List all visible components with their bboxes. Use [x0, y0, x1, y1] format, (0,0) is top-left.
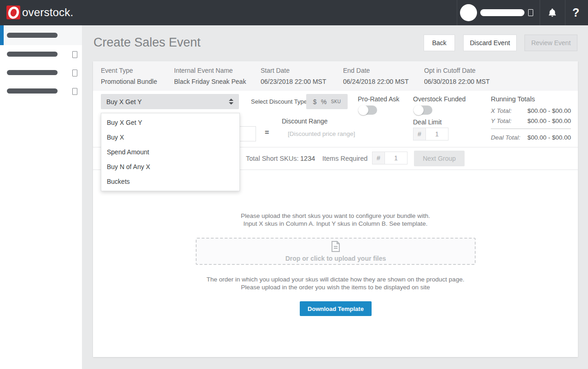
sidebar-item-redacted-label — [7, 70, 58, 75]
upload-instruction-line1: Please upload the short skus you want to… — [93, 212, 578, 219]
y-total-row: Y Total: $00.00 - $00.00 — [491, 117, 571, 124]
deal-limit-prefix: # — [413, 128, 426, 141]
chevron-placeholder-icon — [72, 51, 77, 58]
items-required-prefix: # — [372, 152, 385, 164]
review-event-button-disabled[interactable]: Review Event — [524, 35, 577, 51]
dropzone-label: Drop or click to upload your files — [197, 255, 475, 262]
deal-total-label: Deal Total: — [491, 134, 520, 141]
next-group-button-disabled[interactable]: Next Group — [414, 151, 465, 166]
help-icon[interactable]: ? — [572, 6, 579, 19]
chevron-placeholder-icon — [72, 88, 77, 95]
end-date-field: End Date 06/24/2018 22:00 MST — [343, 67, 408, 85]
end-date-label: End Date — [343, 67, 408, 74]
back-button[interactable]: Back — [424, 35, 455, 51]
start-date-value: 06/23/2018 22:00 MST — [261, 78, 326, 85]
overstock-funded-label: Overstock Funded — [413, 95, 466, 103]
pro-rated-ask-toggle[interactable] — [358, 105, 377, 115]
upload-instruction-line2: Input X skus in Column A. Input Y skus i… — [93, 220, 578, 227]
event-type-field: Event Type Promotional Bundle — [101, 67, 157, 85]
up-down-arrows-icon — [229, 99, 233, 105]
bell-icon[interactable] — [547, 7, 558, 18]
items-required-input-group: # — [372, 152, 408, 164]
topbar-divider — [565, 0, 565, 25]
start-date-label: Start Date — [261, 67, 326, 74]
deal-limit-input-group: # — [413, 128, 448, 141]
overstock-logo-icon — [6, 6, 20, 19]
bundle-type-dropdown-menu: Buy X Get Y Buy X Spend Amount Buy N of … — [101, 113, 240, 191]
end-date-value: 06/24/2018 22:00 MST — [343, 78, 408, 85]
event-info-bar: Event Type Promotional Bundle Internal E… — [93, 61, 578, 91]
user-avatar[interactable] — [460, 4, 477, 21]
upload-order-line1: The order in which you upload your skus … — [93, 276, 578, 283]
create-sales-event-screen: overstock. ? Create Sales Eve — [0, 0, 588, 369]
download-template-button[interactable]: Download Template — [300, 301, 372, 316]
topbar-divider — [540, 0, 540, 25]
logo-text: overstock. — [22, 6, 73, 19]
sidebar-item[interactable] — [0, 82, 82, 100]
total-short-skus-value: 1234 — [300, 155, 315, 162]
event-card: Event Type Promotional Bundle Internal E… — [93, 61, 578, 357]
discount-type-label: Select Discount Type — [251, 94, 307, 109]
sidebar-item[interactable] — [0, 64, 82, 82]
page-title: Create Sales Event — [93, 35, 201, 50]
sidebar-item-redacted-label — [7, 33, 58, 38]
username-redacted-pill — [480, 9, 524, 16]
x-total-row: X Total: $00.00 - $00.00 — [491, 107, 571, 114]
file-dropzone[interactable]: Drop or click to upload your files — [196, 238, 476, 265]
bundle-type-select[interactable]: Buy X Get Y — [101, 94, 239, 109]
dropdown-option-buckets[interactable]: Buckets — [101, 174, 239, 189]
discard-event-button[interactable]: Discard Event — [463, 35, 517, 51]
sidebar-item-active[interactable] — [0, 25, 82, 45]
running-totals-divider — [491, 129, 571, 129]
dropdown-caret-placeholder-icon[interactable] — [528, 9, 533, 16]
internal-event-name-field: Internal Event Name Black Friday Sneak P… — [174, 67, 246, 85]
items-required-input[interactable] — [385, 152, 408, 164]
deal-limit-label: Deal Limit — [413, 118, 442, 126]
equals-sign: = — [265, 129, 269, 137]
discount-range-label: Discount Range — [282, 117, 328, 125]
overstock-funded-toggle[interactable] — [413, 105, 432, 115]
dropdown-option-buy-x-get-y[interactable]: Buy X Get Y — [101, 115, 239, 130]
running-totals-title: Running Totals — [491, 95, 535, 103]
y-total-value: $00.00 - $00.00 — [527, 117, 571, 124]
overstock-logo[interactable]: overstock. — [6, 6, 73, 19]
deal-total-row: Deal Total: $00.00 - $00.00 — [491, 134, 571, 141]
sidebar — [0, 25, 82, 369]
total-short-skus-label: Total Short SKUs: — [246, 155, 298, 162]
internal-event-name-value: Black Friday Sneak Peak — [174, 78, 246, 85]
deal-total-value: $00.00 - $00.00 — [527, 134, 571, 141]
discount-sku-option[interactable]: SKU — [331, 99, 341, 104]
topbar: overstock. ? — [0, 0, 588, 25]
discount-type-segmented-control: $ % SKU — [306, 94, 348, 109]
event-type-label: Event Type — [101, 67, 157, 74]
discount-dollar-option[interactable]: $ — [313, 98, 317, 105]
dropdown-option-buy-n-of-any-x[interactable]: Buy N of Any X — [101, 159, 239, 174]
start-date-field: Start Date 06/23/2018 22:00 MST — [261, 67, 326, 85]
pro-rated-ask-label: Pro-Rated Ask — [358, 95, 399, 103]
internal-event-name-label: Internal Event Name — [174, 67, 246, 74]
optin-cutoff-field: Opt in Cutoff Date 06/30/2018 22:00 MST — [424, 67, 489, 85]
x-total-label: X Total: — [491, 107, 512, 114]
sidebar-item[interactable] — [0, 45, 82, 64]
optin-cutoff-value: 06/30/2018 22:00 MST — [424, 78, 489, 85]
dropdown-option-buy-x[interactable]: Buy X — [101, 130, 239, 145]
chevron-placeholder-icon — [72, 70, 77, 76]
items-required-label: Items Required — [322, 155, 367, 162]
optin-cutoff-label: Opt in Cutoff Date — [424, 67, 489, 74]
y-total-label: Y Total: — [491, 117, 512, 124]
bundle-type-selected-value: Buy X Get Y — [106, 98, 142, 105]
discount-range-placeholder: [Discounted price range] — [288, 130, 355, 137]
sidebar-item-redacted-label — [7, 52, 58, 57]
sidebar-item-redacted-label — [7, 88, 58, 94]
dropdown-option-spend-amount[interactable]: Spend Amount — [101, 145, 239, 159]
event-type-value: Promotional Bundle — [101, 78, 157, 85]
x-total-value: $00.00 - $00.00 — [527, 107, 571, 114]
deal-limit-input[interactable] — [426, 128, 448, 141]
file-document-icon — [331, 241, 340, 252]
topbar-divider — [457, 0, 457, 25]
upload-order-line2: Please upload in the order you wish the … — [93, 284, 578, 291]
discount-percent-option[interactable]: % — [321, 98, 326, 105]
